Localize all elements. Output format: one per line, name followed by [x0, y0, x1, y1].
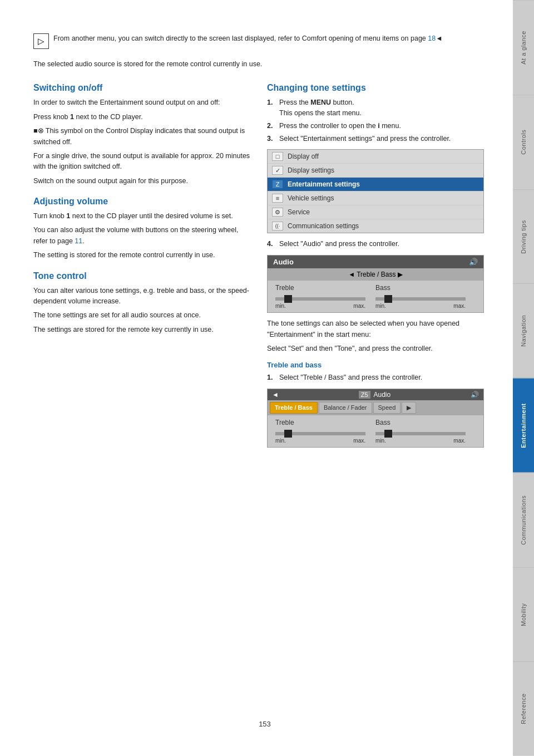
menu-icon-display-settings: ✓ — [272, 166, 283, 175]
audio-bass-label: Bass — [375, 284, 390, 292]
sidebar-tab-at-a-glance[interactable]: At a glance — [513, 0, 534, 95]
tab-speed[interactable]: Speed — [373, 402, 401, 414]
tone-note-2: Select "Set" and then "Tone", and press … — [267, 343, 484, 354]
note-box: ▷ From another menu, you can switch dire… — [33, 33, 496, 49]
audio-screenshot-2: ◄ Z5 Audio 🔊 Treble / Bass Balance / Fad… — [267, 389, 484, 448]
audio2-bass-section: Bass min. max. — [375, 419, 476, 444]
audio-body-1: Treble min. max. Bass — [268, 281, 483, 312]
bass-track-2 — [375, 432, 466, 435]
left-column: Switching on/off In order to switch the … — [33, 73, 250, 709]
note-body-text: From another menu, you can switch direct… — [53, 35, 428, 42]
tab-next[interactable]: ▶ — [402, 402, 416, 414]
menu-icon-entertainment: Z — [272, 180, 283, 189]
step-4-list: 4. Select "Audio" and press the controll… — [267, 239, 484, 249]
treble-track — [275, 297, 365, 301]
treble-slider-2[interactable]: min. max. — [275, 432, 375, 444]
audio2-speaker-icon: 🔊 — [471, 391, 479, 399]
switching-para2: Press knob 1 next to the CD player. — [33, 112, 250, 122]
bass-slider[interactable]: min. max. — [375, 297, 476, 309]
adjusting-para1: Turn knob 1 next to the CD player until … — [33, 211, 250, 222]
audio-header-2: ◄ Z5 Audio 🔊 — [268, 389, 483, 400]
note-suffix: ◄ — [436, 35, 442, 42]
sidebar-tab-communications[interactable]: Communications — [513, 473, 534, 567]
audio-treble-label: Treble — [275, 284, 294, 292]
selected-audio-note: The selected audio source is stored for … — [33, 59, 496, 70]
switching-para1: In order to switch the Entertainment sou… — [33, 97, 250, 108]
menu-item-service: ⚙ Service — [268, 205, 483, 219]
bass-max-2: max. — [453, 438, 466, 444]
menu-item-display-settings: ✓ Display settings — [268, 164, 483, 178]
audio-speaker-icon: 🔊 — [469, 258, 478, 266]
audio2-title: Audio — [374, 391, 391, 399]
bass-thumb — [384, 295, 392, 303]
bass-min: min. — [375, 303, 386, 309]
audio-treble-section: Treble min. max. — [275, 284, 375, 309]
sidebar-tab-entertainment[interactable]: Entertainment — [513, 378, 534, 473]
adjusting-para1-text: Turn knob 1 next to the CD player until … — [33, 212, 233, 220]
treble-max-2: max. — [353, 438, 365, 444]
bass-track — [375, 297, 466, 301]
treble-labels-2: min. max. — [275, 438, 365, 444]
page-number-text: 153 — [259, 720, 271, 728]
note-page-link[interactable]: 18 — [428, 35, 436, 42]
tone-control-title: Tone control — [33, 271, 250, 281]
tone-note-1: The tone settings can also be selected w… — [267, 318, 484, 340]
bass-thumb-2 — [384, 430, 392, 438]
treble-min: min. — [275, 303, 286, 309]
adjusting-title: Adjusting volume — [33, 197, 250, 207]
adjusting-suffix: . — [82, 237, 84, 245]
bass-labels: min. max. — [375, 303, 466, 309]
audio-screenshot-1: Audio 🔊 ◄ Treble / Bass ▶ Treble — [267, 255, 484, 313]
audio-body-2: Treble min. max. Bass — [268, 415, 483, 447]
adjusting-para2-text: You can also adjust the volume with butt… — [33, 226, 239, 244]
treble-max: max. — [353, 303, 365, 309]
note-text: From another menu, you can switch direct… — [53, 33, 443, 44]
audio-nav-text: ◄ Treble / Bass ▶ — [348, 271, 403, 278]
note-arrow-icon: ▷ — [38, 36, 44, 46]
treble-labels: min. max. — [275, 303, 365, 309]
page-number: 153 — [33, 720, 496, 728]
tone-control-para2: The tone settings are set for all audio … — [33, 310, 250, 321]
audio2-treble-label: Treble — [275, 419, 294, 426]
audio2-icon: Z5 — [359, 391, 370, 399]
sidebar-tab-mobility[interactable]: Mobility — [513, 567, 534, 662]
bass-labels-2: min. max. — [375, 438, 466, 444]
menu-icon-service: ⚙ — [272, 208, 283, 217]
step-1: 1. Press the MENU button.This opens the … — [267, 97, 484, 119]
switching-para4: For a single drive, the sound output is … — [33, 151, 250, 173]
adjusting-page-link[interactable]: 11 — [75, 237, 82, 245]
step-2: 2. Press the controller to open the i me… — [267, 121, 484, 131]
treble-min-2: min. — [275, 438, 286, 444]
bass-max: max. — [453, 303, 466, 309]
changing-tone-title: Changing tone settings — [267, 83, 484, 93]
audio-nav-1: ◄ Treble / Bass ▶ — [268, 268, 483, 281]
treble-slider[interactable]: min. max. — [275, 297, 375, 309]
tab-balance-fader[interactable]: Balance / Fader — [319, 402, 372, 414]
bass-min-2: min. — [375, 438, 386, 444]
sidebar-tab-controls[interactable]: Controls — [513, 95, 534, 189]
treble-bass-steps: 1. Select "Treble / Bass" and press the … — [267, 372, 484, 383]
menu-item-entertainment-settings: Z Entertainment settings — [268, 178, 483, 192]
bass-slider-2[interactable]: min. max. — [375, 432, 476, 444]
right-sidebar: At a glance Controls Driving tips Naviga… — [513, 0, 534, 756]
audio2-bass-label: Bass — [375, 419, 390, 426]
sidebar-tab-driving-tips[interactable]: Driving tips — [513, 189, 534, 284]
audio-title-1: Audio — [273, 258, 294, 266]
menu-item-communication: ((· Communication settings — [268, 219, 483, 233]
menu-item-vehicle-settings: ≡ Vehicle settings — [268, 192, 483, 205]
switching-title: Switching on/off — [33, 83, 250, 93]
tab-treble-bass[interactable]: Treble / Bass — [270, 402, 318, 414]
sidebar-tab-reference[interactable]: Reference — [513, 661, 534, 756]
treble-thumb-2 — [284, 430, 292, 438]
audio2-left-arrow: ◄ — [272, 391, 279, 399]
menu-screenshot: □ Display off ✓ Display settings Z Enter… — [267, 149, 484, 233]
audio-bass-section: Bass min. max. — [375, 284, 476, 309]
step-4: 4. Select "Audio" and press the controll… — [267, 239, 484, 249]
switching-para2-text: Press knob 1 next to the CD player. — [33, 113, 143, 121]
menu-icon-display-off: □ — [272, 152, 283, 161]
tone-control-para3: The settings are stored for the remote k… — [33, 325, 250, 335]
changing-tone-steps: 1. Press the MENU button.This opens the … — [267, 97, 484, 144]
sidebar-tab-navigation[interactable]: Navigation — [513, 283, 534, 378]
audio-header-1: Audio 🔊 — [268, 256, 483, 268]
switching-para3: ■⊗ This symbol on the Control Display in… — [33, 126, 250, 148]
